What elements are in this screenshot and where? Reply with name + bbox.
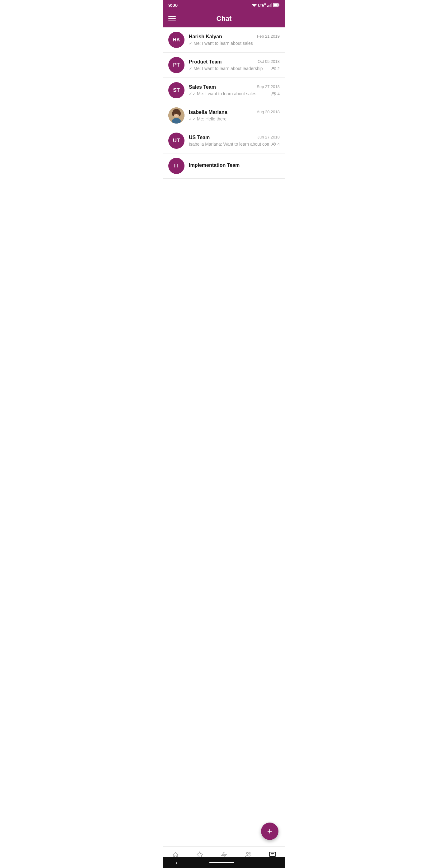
svg-point-10: [274, 67, 275, 68]
chat-date-ut: Jun 27,2018: [257, 135, 280, 140]
check-icon-pt: ✓: [189, 66, 192, 71]
chat-bottom-row-pt: ✓ Me: I want to learn about leadership 2: [189, 66, 280, 71]
member-count-ut: 4: [271, 142, 280, 147]
member-count-pt: 2: [271, 66, 280, 71]
chat-content-pt: Product Team Oct 05,2018 ✓ Me: I want to…: [189, 59, 280, 71]
avatar-st: ST: [168, 82, 185, 98]
battery-icon: [273, 3, 280, 7]
chat-content-it: Implementation Team: [189, 162, 280, 169]
svg-point-22: [274, 143, 275, 144]
chat-top-row-it: Implementation Team: [189, 162, 280, 168]
status-bar: 9:00 LTER: [163, 0, 285, 10]
svg-point-21: [272, 143, 274, 145]
chat-content-hk: Harish Kalyan Feb 21,2019 ✓ Me: I want t…: [189, 34, 280, 46]
people-icon-st: [271, 92, 276, 96]
menu-button[interactable]: [168, 16, 176, 21]
avatar-ut: UT: [168, 132, 185, 149]
chat-date-hk: Feb 21,2019: [257, 34, 280, 39]
chat-name-it: Implementation Team: [189, 162, 239, 168]
chat-preview-hk: ✓ Me: I want to learn about sales: [189, 41, 280, 46]
avatar-pt: PT: [168, 57, 185, 73]
avatar-im: [168, 107, 185, 124]
status-time: 9:00: [168, 2, 178, 8]
isabella-photo: [168, 107, 185, 124]
svg-point-20: [177, 113, 178, 115]
chat-date-st: Sep 27,2018: [257, 84, 280, 89]
lte-icon: LTER: [258, 3, 266, 7]
svg-point-17: [178, 111, 181, 116]
svg-rect-2: [267, 6, 268, 7]
chat-name-st: Sales Team: [189, 84, 216, 90]
chat-date-im: Aug 20,2018: [257, 110, 280, 114]
chat-top-row-im: Isabella Mariana Aug 20,2018: [189, 110, 280, 115]
svg-point-12: [274, 92, 275, 94]
avatar-it: IT: [168, 158, 185, 174]
app-header: Chat: [163, 10, 285, 27]
chat-bottom-row-ut: Isabella Mariana: Want to learn about co…: [189, 142, 280, 147]
svg-point-11: [272, 92, 274, 94]
chat-name-im: Isabella Mariana: [189, 110, 227, 115]
chat-item-it[interactable]: IT Implementation Team: [163, 153, 285, 179]
chat-content-st: Sales Team Sep 27,2018 ✓✓ Me: I want to …: [189, 84, 280, 96]
chat-bottom-row-im: ✓✓ Me: Hello there: [189, 116, 280, 121]
chat-name-pt: Product Team: [189, 59, 222, 65]
chat-top-row-ut: US Team Jun 27,2018: [189, 135, 280, 141]
double-check-icon-st: ✓✓: [189, 92, 196, 96]
double-check-icon-im: ✓✓: [189, 117, 196, 121]
chat-list: HK Harish Kalyan Feb 21,2019 ✓ Me: I wan…: [163, 27, 285, 212]
page-title: Chat: [217, 14, 232, 23]
wifi-icon: [252, 3, 257, 7]
chat-item-im[interactable]: Isabella Mariana Aug 20,2018 ✓✓ Me: Hell…: [163, 103, 285, 128]
chat-top-row-pt: Product Team Oct 05,2018: [189, 59, 280, 65]
chat-item-st[interactable]: ST Sales Team Sep 27,2018 ✓✓ Me: I want …: [163, 78, 285, 103]
chat-item-hk[interactable]: HK Harish Kalyan Feb 21,2019 ✓ Me: I wan…: [163, 27, 285, 53]
svg-rect-5: [271, 3, 271, 7]
svg-rect-4: [270, 4, 271, 7]
svg-rect-7: [279, 4, 280, 6]
chat-preview-im: ✓✓ Me: Hello there: [189, 116, 280, 121]
svg-point-9: [272, 67, 274, 69]
people-icon-pt: [271, 66, 276, 71]
chat-preview-pt: ✓ Me: I want to learn about leadership: [189, 66, 269, 71]
chat-bottom-row-st: ✓✓ Me: I want to learn about sales 4: [189, 91, 280, 96]
svg-rect-3: [268, 5, 269, 7]
member-count-st: 4: [271, 92, 280, 96]
chat-content-im: Isabella Mariana Aug 20,2018 ✓✓ Me: Hell…: [189, 110, 280, 121]
check-icon-hk: ✓: [189, 41, 192, 46]
chat-name-hk: Harish Kalyan: [189, 34, 222, 39]
chat-date-pt: Oct 05,2018: [258, 59, 280, 64]
svg-point-19: [175, 113, 176, 115]
chat-item-pt[interactable]: PT Product Team Oct 05,2018 ✓ Me: I want…: [163, 53, 285, 78]
svg-point-16: [172, 111, 174, 116]
chat-content-ut: US Team Jun 27,2018 Isabella Mariana: Wa…: [189, 135, 280, 147]
chat-bottom-row-hk: ✓ Me: I want to learn about sales: [189, 41, 280, 46]
chat-top-row-st: Sales Team Sep 27,2018: [189, 84, 280, 90]
svg-rect-8: [274, 4, 278, 6]
chat-item-ut[interactable]: UT US Team Jun 27,2018 Isabella Mariana:…: [163, 128, 285, 153]
avatar-hk: HK: [168, 32, 185, 48]
chat-name-ut: US Team: [189, 135, 210, 141]
chat-top-row-hk: Harish Kalyan Feb 21,2019: [189, 34, 280, 39]
chat-preview-ut: Isabella Mariana: Want to learn about co…: [189, 142, 269, 147]
status-icons: LTER: [252, 3, 280, 7]
people-icon-ut: [271, 142, 276, 146]
signal-icon: [267, 3, 271, 7]
chat-preview-st: ✓✓ Me: I want to learn about sales: [189, 91, 269, 96]
